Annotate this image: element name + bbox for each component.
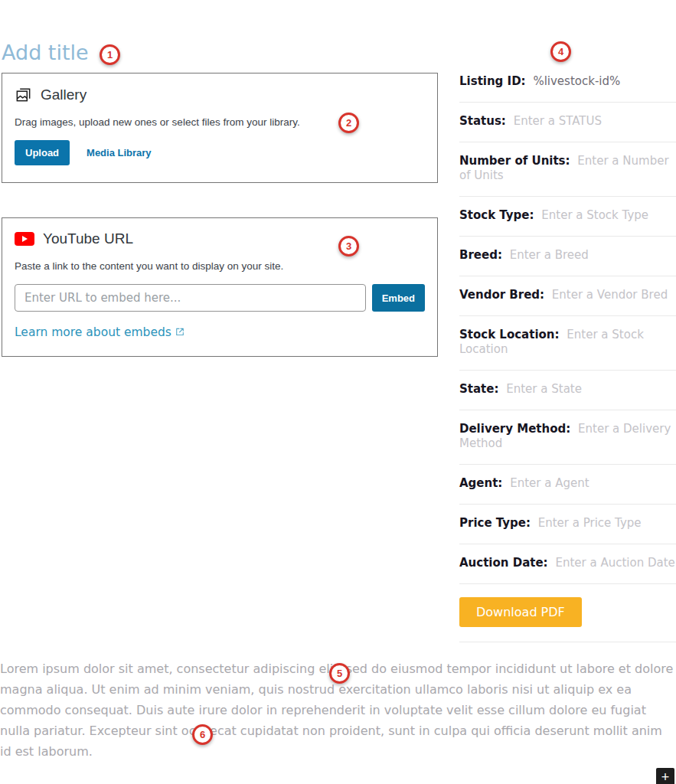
field-row-status: Status: Enter a STATUS bbox=[459, 103, 676, 142]
field-row-stock-type: Stock Type: Enter a Stock Type bbox=[459, 197, 676, 237]
learn-more-embeds-link[interactable]: Learn more about embeds bbox=[15, 325, 185, 339]
field-value: %livestock-id% bbox=[533, 74, 620, 88]
field-label: Price Type: bbox=[459, 516, 531, 530]
plus-icon: + bbox=[661, 769, 670, 784]
post-title-input[interactable]: Add title bbox=[2, 41, 438, 64]
learn-more-embeds-label: Learn more about embeds bbox=[15, 325, 171, 339]
field-value[interactable]: Enter a Agent bbox=[510, 476, 589, 490]
annotation-marker-1: 1 bbox=[100, 44, 120, 65]
youtube-block-title: YouTube URL bbox=[43, 230, 133, 247]
field-row-delivery-method: Delivery Method: Enter a Delivery Method bbox=[459, 410, 676, 465]
field-label: Number of Units: bbox=[459, 154, 570, 168]
field-row-auction-date: Auction Date: Enter a Auction Date bbox=[459, 544, 676, 584]
field-value[interactable]: Enter a Stock Type bbox=[541, 208, 648, 222]
youtube-icon bbox=[15, 232, 34, 246]
field-label: Stock Location: bbox=[459, 328, 560, 341]
listing-details-sidebar: Listing ID: %livestock-id% Status: Enter… bbox=[459, 31, 676, 642]
download-pdf-row: Download PDF bbox=[459, 584, 676, 642]
field-label: Vendor Bred: bbox=[459, 288, 544, 302]
field-label: Agent: bbox=[459, 476, 502, 490]
field-value[interactable]: Enter a STATUS bbox=[514, 114, 602, 128]
field-value[interactable]: Enter a Price Type bbox=[538, 516, 642, 530]
gallery-block-actions: Upload Media Library bbox=[15, 140, 425, 165]
annotation-marker-6: 6 bbox=[192, 724, 213, 745]
field-label: Status: bbox=[459, 114, 506, 128]
embed-button[interactable]: Embed bbox=[372, 284, 425, 312]
embed-url-input[interactable] bbox=[15, 284, 366, 312]
field-label: Auction Date: bbox=[459, 556, 548, 570]
youtube-url-block[interactable]: YouTube URL Paste a link to the content … bbox=[2, 217, 438, 357]
field-value[interactable]: Enter a Breed bbox=[510, 248, 589, 262]
gallery-block-description: Drag images, upload new ones or select f… bbox=[15, 116, 425, 128]
field-label: Listing ID: bbox=[459, 74, 526, 88]
field-label: Breed: bbox=[459, 248, 502, 262]
add-block-row: + bbox=[0, 768, 674, 784]
annotation-marker-4: 4 bbox=[550, 41, 571, 62]
editor-page: Add title Gallery Drag images, upload ne… bbox=[0, 0, 676, 784]
editor-column: Add title Gallery Drag images, upload ne… bbox=[2, 31, 438, 642]
field-row-listing-id: Listing ID: %livestock-id% bbox=[459, 63, 676, 103]
youtube-block-header: YouTube URL bbox=[15, 230, 425, 247]
youtube-block-description: Paste a link to the content you want to … bbox=[15, 260, 425, 272]
field-row-price-type: Price Type: Enter a Price Type bbox=[459, 505, 676, 544]
gallery-icon bbox=[15, 86, 32, 103]
field-row-vendor-bred: Vendor Bred: Enter a Vendor Bred bbox=[459, 276, 676, 316]
field-value[interactable]: Enter a State bbox=[506, 382, 582, 396]
field-row-breed: Breed: Enter a Breed bbox=[459, 237, 676, 276]
field-value[interactable]: Enter a Auction Date bbox=[555, 556, 674, 570]
field-label: State: bbox=[459, 382, 498, 396]
field-value[interactable]: Enter a Vendor Bred bbox=[552, 288, 668, 302]
field-row-state: State: Enter a State bbox=[459, 371, 676, 410]
field-row-stock-location: Stock Location: Enter a Stock Location bbox=[459, 316, 676, 371]
add-block-button[interactable]: + bbox=[656, 768, 674, 784]
annotation-marker-3: 3 bbox=[338, 236, 359, 256]
gallery-block-title: Gallery bbox=[41, 87, 87, 103]
media-library-button[interactable]: Media Library bbox=[87, 147, 152, 158]
download-pdf-button[interactable]: Download PDF bbox=[459, 597, 582, 627]
gallery-block-header: Gallery bbox=[15, 86, 425, 103]
upload-button[interactable]: Upload bbox=[15, 140, 70, 165]
field-row-number-of-units: Number of Units: Enter a Number of Units bbox=[459, 142, 676, 197]
main-row: Add title Gallery Drag images, upload ne… bbox=[0, 0, 676, 642]
play-icon bbox=[22, 236, 28, 242]
field-row-agent: Agent: Enter a Agent bbox=[459, 465, 676, 505]
gallery-block[interactable]: Gallery Drag images, upload new ones or … bbox=[2, 73, 438, 183]
external-link-icon bbox=[175, 327, 185, 338]
embed-url-row: Embed bbox=[15, 284, 425, 312]
annotation-marker-5: 5 bbox=[329, 663, 350, 684]
annotation-marker-2: 2 bbox=[338, 113, 359, 133]
field-label: Delivery Method: bbox=[459, 422, 570, 436]
field-label: Stock Type: bbox=[459, 208, 534, 222]
